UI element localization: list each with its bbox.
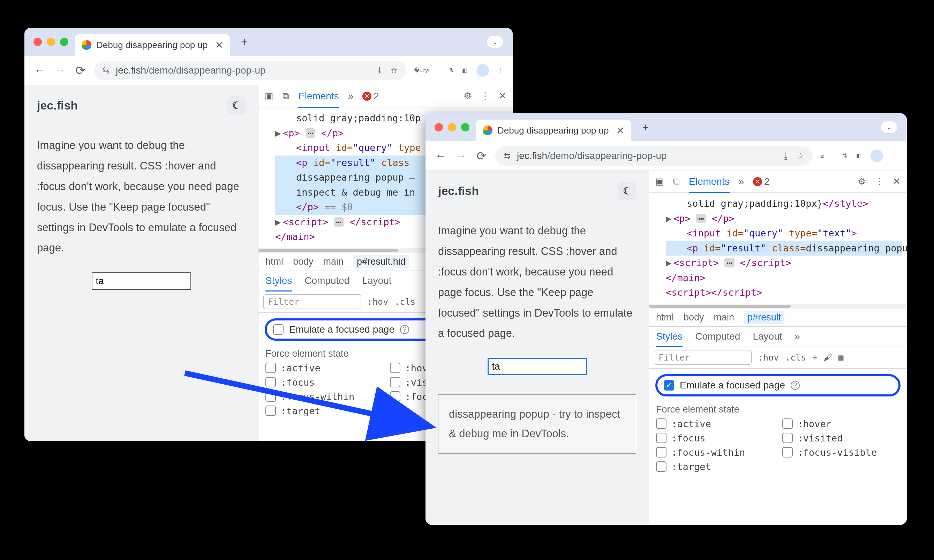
- close-tab-icon[interactable]: ✕: [215, 39, 223, 51]
- close-window-button[interactable]: [34, 38, 42, 46]
- extensions-icon[interactable]: �użyt: [414, 67, 430, 74]
- crumb-html[interactable]: html: [656, 312, 674, 323]
- crumb-main[interactable]: main: [323, 256, 344, 267]
- tab-elements[interactable]: Elements: [298, 91, 339, 108]
- new-tab-button[interactable]: +: [637, 120, 653, 135]
- new-tab-button[interactable]: +: [237, 34, 252, 49]
- dom-scrollbar[interactable]: [649, 304, 907, 309]
- chrome-menu-icon[interactable]: ⋮: [892, 152, 898, 159]
- toggle-cls-button[interactable]: .cls: [785, 352, 806, 363]
- side-panel-icon[interactable]: ◧: [462, 67, 467, 74]
- back-button[interactable]: ←: [435, 149, 447, 163]
- more-style-tabs-icon[interactable]: »: [795, 331, 800, 342]
- query-input[interactable]: [488, 358, 587, 375]
- more-tabs-icon[interactable]: »: [348, 91, 354, 102]
- side-panel-icon[interactable]: ◧: [856, 152, 862, 159]
- crumb-result[interactable]: p#result.hid: [353, 255, 409, 269]
- close-devtools-icon[interactable]: ✕: [499, 91, 506, 102]
- tab-layout[interactable]: Layout: [752, 331, 782, 342]
- bookmark-icon[interactable]: ☆: [390, 66, 398, 75]
- maximize-window-button[interactable]: [461, 123, 469, 131]
- new-style-rule-icon[interactable]: +: [812, 352, 817, 362]
- close-tab-icon[interactable]: ✕: [616, 125, 624, 136]
- inspect-element-icon[interactable]: ▣: [265, 91, 274, 102]
- error-badge[interactable]: ✕2: [362, 91, 379, 102]
- settings-icon[interactable]: ⚙: [463, 91, 472, 102]
- inspect-element-icon[interactable]: ▣: [655, 176, 664, 187]
- theme-toggle-button[interactable]: ☾: [228, 96, 246, 114]
- extensions-icon[interactable]: ⧈: [820, 153, 824, 159]
- tab-styles[interactable]: Styles: [265, 275, 292, 291]
- force-visited-checkbox[interactable]: [782, 433, 793, 443]
- labs-icon[interactable]: ⚗: [448, 67, 453, 74]
- install-pwa-icon[interactable]: ⭳: [782, 151, 790, 161]
- browser-tab[interactable]: Debug disappearing pop up ✕: [476, 120, 631, 141]
- force-hover-checkbox[interactable]: [782, 418, 793, 429]
- minimize-window-button[interactable]: [47, 38, 55, 46]
- tab-elements[interactable]: Elements: [689, 176, 729, 193]
- force-focus-visible-checkbox[interactable]: [782, 447, 793, 457]
- error-badge[interactable]: ✕2: [753, 176, 770, 187]
- profile-avatar[interactable]: [871, 149, 883, 162]
- close-devtools-icon[interactable]: ✕: [893, 176, 900, 187]
- force-focus-visible-checkbox[interactable]: [390, 391, 400, 402]
- crumb-result[interactable]: p#result: [744, 311, 785, 324]
- dom-tree[interactable]: solid gray;padding:10px}</style> ▶<p> ⋯ …: [649, 193, 907, 304]
- force-active-checkbox[interactable]: [265, 363, 276, 373]
- profile-avatar[interactable]: [476, 64, 489, 77]
- crumb-body[interactable]: body: [683, 312, 704, 323]
- browser-tab[interactable]: Debug disappearing pop up ✕: [75, 34, 230, 56]
- emulate-focused-page-checkbox[interactable]: [273, 324, 283, 335]
- styles-filter-input[interactable]: Filter: [263, 294, 361, 309]
- styles-filter-input[interactable]: Filter: [654, 350, 752, 365]
- tab-layout[interactable]: Layout: [362, 275, 391, 286]
- toggle-hov-button[interactable]: :hov: [367, 297, 388, 307]
- address-bar[interactable]: ⇆ jec.fish/demo/disappearing-pop-up ⭳ ☆: [495, 146, 812, 166]
- reload-button[interactable]: ⟳: [475, 149, 488, 163]
- labs-icon[interactable]: ⚗: [842, 152, 847, 159]
- device-mode-icon[interactable]: ⧉: [673, 176, 680, 187]
- toggle-hov-button[interactable]: :hov: [758, 352, 779, 363]
- force-target-checkbox[interactable]: [265, 406, 276, 416]
- devtools-menu-icon[interactable]: ⋮: [481, 91, 490, 102]
- reload-button[interactable]: ⟳: [74, 63, 86, 77]
- close-window-button[interactable]: [435, 123, 443, 131]
- crumb-body[interactable]: body: [293, 256, 314, 267]
- forward-button[interactable]: →: [54, 63, 66, 77]
- bookmark-icon[interactable]: ☆: [797, 151, 804, 161]
- install-pwa-icon[interactable]: ⭳: [375, 66, 384, 75]
- settings-icon[interactable]: ⚙: [858, 176, 866, 187]
- computed-panel-icon[interactable]: ▥: [839, 352, 843, 362]
- query-input[interactable]: [92, 272, 191, 290]
- more-tabs-icon[interactable]: »: [739, 176, 744, 187]
- force-focus-within-checkbox[interactable]: [265, 391, 276, 402]
- chrome-menu-icon[interactable]: ⋮: [498, 67, 504, 74]
- forward-button[interactable]: →: [455, 149, 467, 163]
- force-visited-checkbox[interactable]: [390, 377, 400, 388]
- toggle-cls-button[interactable]: .cls: [394, 297, 415, 307]
- crumb-html[interactable]: html: [265, 256, 283, 267]
- tab-computed[interactable]: Computed: [695, 331, 740, 342]
- theme-toggle-button[interactable]: ☾: [618, 182, 636, 200]
- rendering-icon[interactable]: 🖌: [824, 352, 832, 362]
- site-info-icon[interactable]: ⇆: [504, 151, 511, 161]
- emulate-focused-page-checkbox[interactable]: ✓: [664, 380, 674, 391]
- tab-search-button[interactable]: ⌄: [881, 122, 897, 133]
- tab-search-button[interactable]: ⌄: [487, 36, 503, 48]
- force-focus-checkbox[interactable]: [656, 433, 666, 443]
- force-focus-within-checkbox[interactable]: [656, 447, 666, 457]
- help-icon[interactable]: ?: [791, 381, 800, 390]
- help-icon[interactable]: ?: [400, 325, 409, 334]
- devtools-menu-icon[interactable]: ⋮: [875, 176, 884, 187]
- force-target-checkbox[interactable]: [656, 461, 666, 472]
- maximize-window-button[interactable]: [60, 38, 68, 46]
- tab-computed[interactable]: Computed: [305, 275, 349, 286]
- force-hover-checkbox[interactable]: [390, 363, 400, 373]
- site-info-icon[interactable]: ⇆: [103, 66, 109, 75]
- address-bar[interactable]: ⇆ jec.fish/demo/disappearing-pop-up ⭳ ☆: [94, 61, 406, 80]
- minimize-window-button[interactable]: [448, 123, 456, 131]
- force-focus-checkbox[interactable]: [265, 377, 276, 388]
- force-active-checkbox[interactable]: [656, 418, 666, 429]
- tab-styles[interactable]: Styles: [656, 331, 683, 347]
- crumb-main[interactable]: main: [714, 312, 734, 323]
